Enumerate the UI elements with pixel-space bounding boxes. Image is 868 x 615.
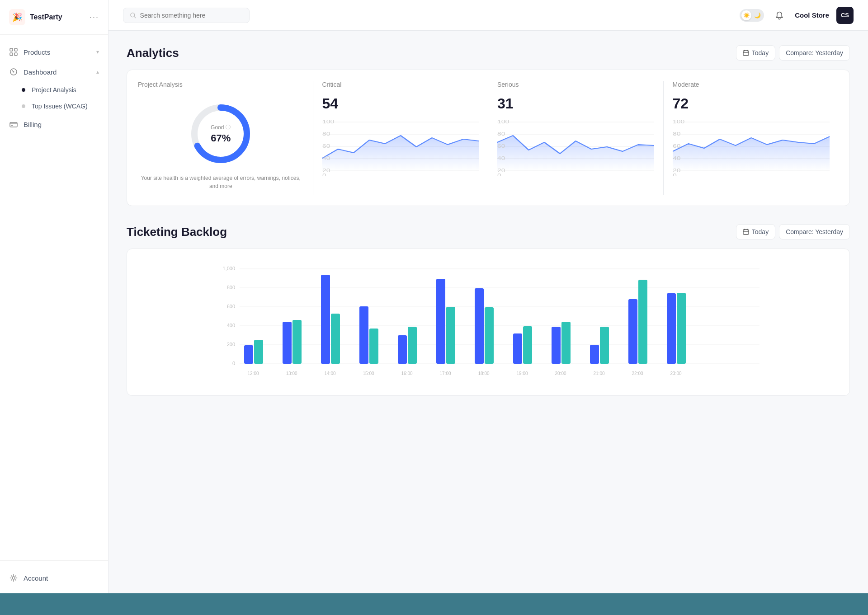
calendar-icon-2 (743, 229, 749, 235)
svg-rect-1 (14, 48, 17, 51)
svg-rect-86 (600, 327, 609, 364)
bottom-status-bar (0, 593, 868, 615)
sidebar-item-billing-label: Billing (24, 121, 42, 128)
svg-text:20: 20 (673, 168, 681, 173)
app-name: TestParty (30, 13, 62, 21)
svg-text:22:00: 22:00 (632, 371, 643, 376)
donut-description: Your site health is a weighted average o… (138, 174, 304, 190)
svg-rect-61 (283, 322, 292, 364)
svg-rect-58 (244, 345, 253, 364)
sidebar-item-project-analysis[interactable]: Project Analysis (0, 82, 108, 98)
sidebar-item-account[interactable]: Account (0, 568, 108, 588)
analytics-compare-label: Compare: Yesterday (786, 49, 843, 56)
page-content: Analytics Today Compare: Yesterday P (108, 31, 868, 615)
svg-rect-83 (561, 322, 571, 364)
svg-rect-76 (475, 288, 484, 364)
ticketing-today-label: Today (752, 228, 769, 235)
analytics-today-button[interactable]: Today (736, 45, 775, 61)
critical-line-svg: 100 80 60 40 20 0 (322, 117, 479, 176)
project-analysis-title: Project Analysis (138, 81, 304, 88)
svg-point-5 (13, 71, 14, 73)
svg-text:23:00: 23:00 (670, 371, 681, 376)
svg-rect-3 (14, 53, 17, 56)
svg-text:12:00: 12:00 (247, 371, 259, 376)
svg-rect-77 (485, 307, 494, 364)
serious-value: 31 (497, 95, 654, 112)
svg-text:40: 40 (322, 156, 330, 161)
svg-rect-64 (321, 275, 330, 364)
svg-text:18:00: 18:00 (478, 371, 489, 376)
svg-rect-2 (10, 53, 13, 56)
notification-bell-button[interactable] (771, 7, 788, 23)
donut-chart-container: Good ⓘ 67% Your site health is a weighte… (138, 95, 304, 195)
gear-icon (9, 573, 18, 582)
sidebar-sub-item-project-label: Project Analysis (32, 86, 76, 94)
moderate-title: Moderate (673, 81, 830, 88)
critical-value: 54 (322, 95, 479, 112)
sidebar-logo: 🎉 TestParty ··· (0, 0, 108, 35)
svg-rect-92 (677, 293, 686, 364)
main-content: ☀️ 🌙 Cool Store CS Analytics (108, 0, 868, 615)
store-name: Cool Store (795, 11, 829, 19)
svg-text:60: 60 (673, 144, 681, 149)
svg-rect-62 (292, 320, 302, 364)
theme-toggle[interactable]: ☀️ 🌙 (740, 9, 764, 22)
svg-rect-80 (523, 326, 532, 364)
svg-rect-45 (743, 230, 749, 235)
svg-rect-91 (667, 293, 676, 364)
sidebar-item-products-label: Products (24, 48, 50, 56)
svg-text:40: 40 (497, 156, 505, 161)
more-options-button[interactable]: ··· (90, 13, 99, 22)
svg-text:20: 20 (322, 168, 330, 173)
calendar-icon (743, 50, 749, 56)
svg-text:100: 100 (322, 119, 334, 124)
svg-text:15:00: 15:00 (363, 371, 374, 376)
analytics-actions: Today Compare: Yesterday (736, 45, 850, 61)
sidebar-item-dashboard[interactable]: Dashboard ▴ (0, 62, 108, 82)
billing-icon (9, 120, 18, 129)
ticketing-section-header: Ticketing Backlog Today Compare: Yesterd… (127, 224, 850, 239)
project-analysis-col: Project Analysis Good ⓘ 67% (138, 81, 313, 195)
critical-col: Critical 54 (313, 81, 489, 195)
dashboard-icon (9, 67, 18, 76)
analytics-today-label: Today (752, 49, 769, 56)
analytics-title: Analytics (127, 46, 179, 60)
svg-text:60: 60 (497, 144, 505, 149)
svg-text:0: 0 (673, 173, 677, 176)
ticketing-backlog-section: Ticketing Backlog Today Compare: Yesterd… (127, 224, 850, 396)
sidebar-item-billing[interactable]: Billing (0, 114, 108, 134)
sidebar-item-products[interactable]: Products ▾ (0, 42, 108, 62)
svg-text:20:00: 20:00 (555, 371, 566, 376)
sidebar-item-top-issues[interactable]: Top Issues (WCAG) (0, 98, 108, 114)
ticketing-compare-button[interactable]: Compare: Yesterday (779, 224, 850, 239)
bar-chart-container: 1,000 800 600 400 200 0 12:00 13:00 (127, 249, 850, 396)
bar-chart-svg: 1,000 800 600 400 200 0 12:00 13:00 (138, 260, 839, 386)
svg-text:1,000: 1,000 (222, 266, 235, 271)
moderate-col: Moderate 72 (664, 81, 839, 195)
grid-icon (9, 47, 18, 56)
svg-text:100: 100 (673, 119, 684, 124)
svg-text:0: 0 (497, 173, 501, 176)
ticketing-today-button[interactable]: Today (736, 224, 775, 239)
dot-gray-icon (22, 104, 25, 108)
search-box[interactable] (123, 8, 250, 23)
ticketing-compare-label: Compare: Yesterday (786, 228, 843, 235)
dot-dark-icon (22, 88, 25, 92)
search-input[interactable] (140, 12, 243, 19)
analytics-compare-button[interactable]: Compare: Yesterday (779, 45, 850, 61)
critical-title: Critical (322, 81, 479, 88)
sidebar: 🎉 TestParty ··· Products ▾ (0, 0, 108, 615)
avatar[interactable]: CS (836, 7, 854, 24)
sidebar-sub-item-top-issues-label: Top Issues (WCAG) (32, 103, 88, 110)
svg-text:0: 0 (232, 361, 235, 366)
svg-rect-0 (10, 48, 13, 51)
svg-text:40: 40 (673, 156, 681, 161)
svg-text:16:00: 16:00 (401, 371, 412, 376)
sidebar-item-account-label: Account (24, 574, 48, 582)
svg-text:14:00: 14:00 (324, 371, 335, 376)
svg-rect-9 (743, 51, 749, 56)
critical-chart: 100 80 60 40 20 0 (322, 117, 479, 190)
chevron-down-icon: ▾ (96, 49, 99, 55)
moderate-line-svg: 100 80 60 40 20 0 (673, 117, 830, 176)
donut-center: Good ⓘ 67% (211, 124, 231, 144)
